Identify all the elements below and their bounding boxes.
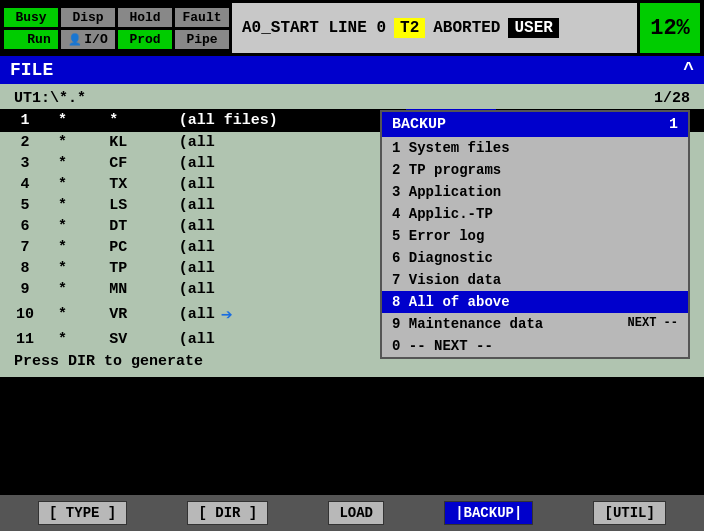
dropdown-item-9[interactable]: 9 Maintenance dataNEXT -- bbox=[382, 313, 688, 335]
col-desc: (all files) bbox=[171, 109, 406, 132]
pipe-button[interactable]: Pipe bbox=[175, 30, 229, 49]
status-line: A0_START LINE 0 T2 ABORTED USER bbox=[232, 3, 637, 53]
bottom-toolbar: [ TYPE ] [ DIR ] LOAD |BACKUP| [UTIL] bbox=[0, 495, 704, 531]
io-icon: 👤 bbox=[68, 33, 82, 46]
dropdown-item-4[interactable]: 4 Applic.-TP bbox=[382, 203, 688, 225]
load-button[interactable]: LOAD bbox=[328, 501, 384, 525]
arrow-icon: ➔ bbox=[221, 302, 233, 327]
dropdown-item-1[interactable]: 1 System files bbox=[382, 137, 688, 159]
aborted-label: ABORTED bbox=[433, 19, 500, 37]
dropdown-item-5[interactable]: 5 Error log bbox=[382, 225, 688, 247]
caret-icon: ^ bbox=[683, 60, 694, 80]
util-button[interactable]: [UTIL] bbox=[593, 501, 665, 525]
busy-button[interactable]: Busy bbox=[4, 8, 58, 27]
dropdown-item-0[interactable]: 0 -- NEXT -- bbox=[382, 335, 688, 357]
file-header: FILE ^ bbox=[0, 56, 704, 84]
dropdown-title: BACKUP bbox=[392, 116, 446, 133]
main-content: UT1:\*.* 1/28 1 * * (all files) BACKUP 2… bbox=[0, 84, 704, 377]
col-star1: * bbox=[50, 109, 101, 132]
status-text: A0_START LINE 0 bbox=[242, 19, 386, 37]
backup-button[interactable]: |BACKUP| bbox=[444, 501, 533, 525]
col-num: 1 bbox=[0, 109, 50, 132]
prod-button[interactable]: Prod bbox=[118, 30, 172, 49]
io-button[interactable]: 👤 I/O bbox=[61, 30, 115, 49]
user-badge: USER bbox=[508, 18, 558, 38]
t2-badge: T2 bbox=[394, 18, 425, 38]
top-bar: Busy Disp Hold Fault Run 👤 I/O Prod Pipe… bbox=[0, 0, 704, 56]
dir-button[interactable]: [ DIR ] bbox=[187, 501, 268, 525]
disp-button[interactable]: Disp bbox=[61, 8, 115, 27]
path-line: UT1:\*.* 1/28 bbox=[0, 88, 704, 109]
dropdown-header: BACKUP 1 bbox=[382, 112, 688, 137]
hold-button[interactable]: Hold bbox=[118, 8, 172, 27]
run-icon bbox=[11, 32, 25, 46]
col-star2: * bbox=[101, 109, 171, 132]
dropdown-item-8[interactable]: 8 All of above bbox=[382, 291, 688, 313]
dropdown-item-2[interactable]: 2 TP programs bbox=[382, 159, 688, 181]
file-title: FILE bbox=[10, 60, 53, 80]
dropdown-title-num: 1 bbox=[669, 116, 678, 133]
fault-button[interactable]: Fault bbox=[175, 8, 229, 27]
dropdown-item-7[interactable]: 7 Vision data bbox=[382, 269, 688, 291]
dropdown-item-6[interactable]: 6 Diagnostic bbox=[382, 247, 688, 269]
percent-display: 12% bbox=[640, 3, 700, 53]
type-button[interactable]: [ TYPE ] bbox=[38, 501, 127, 525]
page-info: 1/28 bbox=[654, 90, 690, 107]
status-group-left: Busy Disp Hold Fault Run 👤 I/O Prod Pipe bbox=[4, 8, 229, 49]
dropdown-item-3[interactable]: 3 Application bbox=[382, 181, 688, 203]
backup-dropdown[interactable]: BACKUP 1 1 System files 2 TP programs 3 … bbox=[380, 110, 690, 359]
file-path: UT1:\*.* bbox=[14, 90, 86, 107]
run-button[interactable]: Run bbox=[4, 30, 58, 49]
